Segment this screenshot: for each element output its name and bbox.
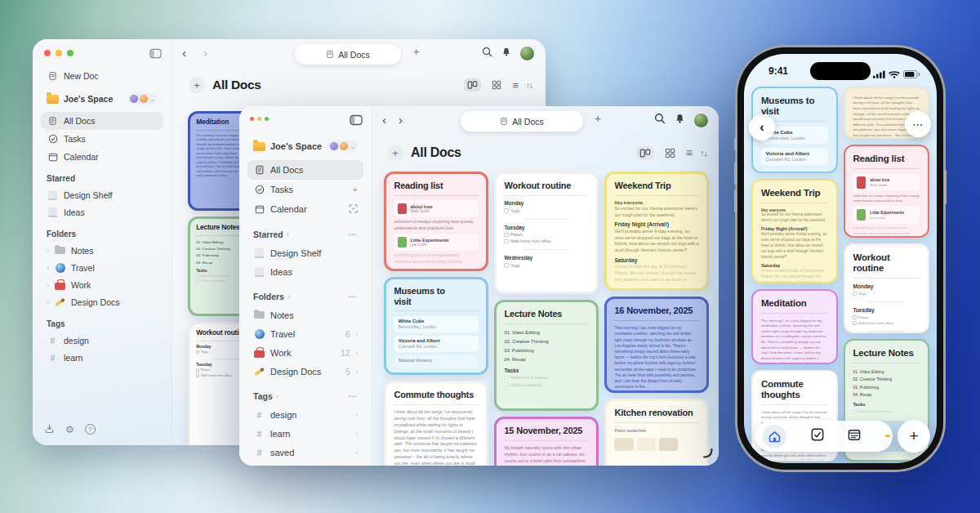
sidebar-item-travel[interactable]: Travel 6 › (247, 324, 363, 343)
close-button[interactable] (44, 50, 51, 56)
sidebar-item-design-docs[interactable]: Design Docs 5 › (247, 362, 363, 381)
checkbox[interactable] (504, 376, 509, 381)
card-nov16[interactable]: 16 November, 2025 This morning I sat cro… (604, 297, 709, 393)
resize-handle[interactable] (702, 447, 714, 462)
paint-swatch[interactable] (659, 438, 678, 451)
sidebar-item-calendar[interactable]: Calendar (247, 199, 363, 219)
checkbox[interactable] (196, 279, 199, 283)
book-row[interactable]: Little Experiments Lea Cullin (394, 234, 478, 251)
tags-section-header[interactable]: Tags › ⋯ (253, 391, 358, 401)
book-row[interactable]: about love Bella Smith (394, 200, 478, 217)
zoom-button[interactable] (265, 117, 269, 121)
minimize-button[interactable] (257, 117, 261, 121)
checkbox[interactable] (504, 208, 509, 213)
paint-swatch[interactable] (637, 438, 656, 451)
task-row[interactable]: Pilates (504, 231, 588, 238)
space-switcher[interactable]: Joe's Space ⌄ (41, 88, 163, 109)
disclosure-icon[interactable]: › (47, 264, 49, 272)
nav-forward-icon[interactable]: › (399, 114, 403, 126)
collaborator-badges[interactable]: ⌄ (327, 141, 358, 152)
more-icon[interactable]: ⋯ (349, 391, 359, 401)
sidebar-item-work[interactable]: Work 12 › (247, 343, 363, 362)
user-avatar[interactable] (694, 114, 708, 127)
task-row[interactable]: Watch first 3 classes (504, 374, 588, 381)
checkbox[interactable] (504, 233, 509, 238)
more-icon[interactable]: ⋯ (349, 230, 359, 239)
add-doc-button[interactable]: + (189, 77, 205, 93)
task-row[interactable]: Walk home from office (504, 238, 588, 244)
card-reading-list[interactable]: Reading list about love Bella Smith coll… (384, 172, 488, 271)
sidebar-item-design-docs[interactable]: › Design Docs (41, 293, 163, 310)
card-workout[interactable]: Workout routine Monday Yoga Tuesday Pila… (844, 243, 930, 333)
nav-forward-icon[interactable]: › (203, 47, 207, 59)
sidebar-toggle-icon[interactable] (350, 114, 363, 127)
card-workout[interactable]: Workout routine Monday Yoga Tuesday Pila… (494, 172, 599, 294)
sidebar-item-all-docs[interactable]: All Docs (247, 160, 363, 180)
import-icon[interactable] (44, 423, 55, 435)
add-doc-button[interactable]: + (387, 145, 403, 161)
sidebar-item-ideas[interactable]: Ideas (247, 262, 363, 281)
user-avatar[interactable] (520, 47, 534, 60)
sidebar-item-travel[interactable]: › Travel (41, 259, 163, 276)
checkbox[interactable] (853, 321, 857, 325)
sidebar-item-tag-saved[interactable]: # saved › (247, 443, 363, 462)
help-icon[interactable]: ? (85, 424, 96, 435)
tasks-tab[interactable] (811, 428, 824, 444)
card-meditation[interactable]: Meditation This morning I sat cross-legg… (751, 289, 838, 364)
checkbox[interactable] (853, 409, 857, 413)
starred-section-header[interactable]: Starred › ⋯ (253, 230, 358, 239)
sidebar-item-calendar[interactable]: Calendar (41, 148, 163, 166)
checkbox[interactable] (196, 274, 199, 278)
folders-section-header[interactable]: Folders (47, 230, 158, 239)
sort-icon[interactable]: ↑↓ (526, 81, 532, 90)
checkbox[interactable] (196, 350, 199, 354)
museum-row[interactable]: Victoria and Albert Cromwell Rd, London (761, 148, 828, 166)
paint-swatch[interactable] (614, 438, 633, 451)
starred-section-header[interactable]: Starred (47, 174, 158, 183)
new-tab-icon[interactable]: + (595, 112, 601, 125)
new-tab-icon[interactable]: + (413, 46, 420, 58)
board-view-icon[interactable] (464, 78, 481, 91)
checkbox[interactable] (504, 382, 509, 387)
tags-section-header[interactable]: Tags (47, 319, 158, 328)
museum-row[interactable]: Victoria and Albert Cromwell Rd, London (394, 336, 478, 352)
sidebar-item-tag-learn[interactable]: # learn › (247, 424, 363, 443)
doc-tab[interactable]: All Docs (295, 44, 401, 65)
add-task-icon[interactable]: + (353, 185, 358, 194)
back-button[interactable]: ‹ (749, 114, 775, 141)
sidebar-item-tasks[interactable]: Tasks + (247, 180, 363, 199)
sidebar-item-tag-design[interactable]: # design (41, 332, 163, 349)
card-kitchen[interactable]: Kitchen renovation Paint swatches (604, 399, 709, 466)
sidebar-item-notes[interactable]: Notes (247, 306, 363, 324)
list-view-icon[interactable]: ≡ (512, 79, 519, 91)
book-row[interactable]: Little Experiments Lea Cullin (853, 206, 920, 224)
doc-tab[interactable]: All Docs (461, 111, 583, 132)
settings-gear-icon[interactable]: ⚙ (65, 424, 74, 435)
card-lecture-notes[interactable]: Lecture Notes 01. Video Editing 02. Crea… (494, 300, 599, 411)
card-nov15[interactable]: 15 November, 2025 My breath naturally sy… (494, 417, 599, 466)
sidebar-item-work[interactable]: › Work (41, 276, 163, 293)
disclosure-icon[interactable]: › (47, 247, 49, 255)
card-museums[interactable]: Museums to visit White Cube Bermondsey, … (384, 277, 488, 375)
sidebar-item-tag-design[interactable]: # design › (247, 405, 363, 424)
checkbox[interactable] (504, 263, 509, 268)
more-button[interactable]: ⋯ (905, 111, 931, 137)
more-icon[interactable]: ⋯ (349, 292, 359, 301)
book-row[interactable]: about love Bella Smith (853, 174, 920, 192)
sidebar-item-tasks[interactable]: Tasks (41, 130, 163, 148)
collaborator-badges[interactable]: ⌄ (127, 93, 158, 105)
checkbox[interactable] (196, 368, 199, 372)
space-switcher[interactable]: Joe's Space ⌄ (247, 136, 363, 157)
grid-view-icon[interactable] (488, 78, 505, 91)
minimize-button[interactable] (56, 50, 62, 56)
museum-row[interactable]: Natural History (761, 169, 828, 173)
scan-icon[interactable] (349, 204, 358, 215)
sidebar-item-design-shelf[interactable]: Design Shelf (41, 186, 163, 203)
close-button[interactable] (250, 117, 254, 121)
checkbox[interactable] (853, 292, 857, 296)
sidebar-item-tag-learn[interactable]: # learn (41, 349, 163, 366)
search-icon[interactable] (482, 46, 492, 60)
card-weekend-trip[interactable]: Weekend Trip Hey everyone, So excited fo… (751, 179, 838, 283)
checkbox[interactable] (853, 315, 857, 319)
task-row[interactable]: Watch first 3 classes (853, 408, 920, 414)
